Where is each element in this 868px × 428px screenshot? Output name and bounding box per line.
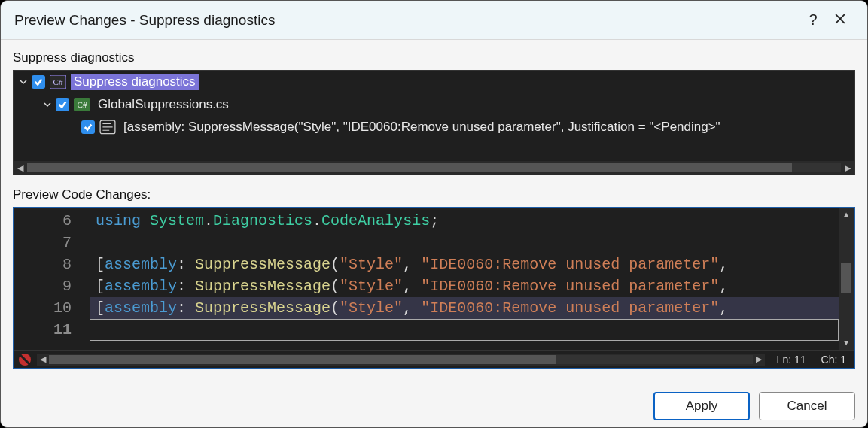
scroll-track[interactable] bbox=[27, 163, 841, 172]
changes-tree[interactable]: C# Suppress diagnostics C# GlobalSuppres… bbox=[13, 70, 855, 175]
svg-text:C#: C# bbox=[53, 77, 63, 87]
code-section-label: Preview Code Changes: bbox=[13, 187, 855, 202]
close-button[interactable] bbox=[827, 12, 854, 28]
scroll-thumb[interactable] bbox=[27, 163, 792, 172]
tree-section-label: Suppress diagnostics bbox=[13, 50, 855, 65]
csharp-file-icon: C# bbox=[74, 98, 90, 111]
apply-button[interactable]: Apply bbox=[653, 392, 750, 420]
checkbox[interactable] bbox=[56, 98, 69, 111]
checkbox[interactable] bbox=[32, 75, 45, 89]
dialog-content: Suppress diagnostics C# Suppress diagnos… bbox=[1, 40, 867, 385]
cursor-column: Ch: 1 bbox=[821, 354, 846, 366]
titlebar: Preview Changes - Suppress diagnostics ? bbox=[1, 1, 867, 40]
csharp-project-icon: C# bbox=[50, 75, 66, 89]
line-number-gutter: 67891011 bbox=[14, 208, 90, 350]
code-snippet-icon bbox=[99, 120, 116, 134]
help-button[interactable]: ? bbox=[799, 11, 827, 29]
scroll-thumb[interactable] bbox=[841, 263, 851, 293]
tree-row-file[interactable]: C# GlobalSuppressions.cs bbox=[14, 93, 854, 116]
tree-label: Suppress diagnostics bbox=[71, 74, 199, 90]
error-indicator-icon[interactable] bbox=[17, 352, 34, 367]
scroll-track[interactable] bbox=[49, 355, 753, 364]
tree-label: [assembly: SuppressMessage("Style", "IDE… bbox=[120, 119, 723, 135]
tree-horizontal-scrollbar[interactable]: ◀ ▶ bbox=[14, 161, 854, 175]
tree-row-item[interactable]: [assembly: SuppressMessage("Style", "IDE… bbox=[14, 116, 854, 138]
code-horizontal-scrollbar[interactable]: ◀ ▶ bbox=[37, 354, 765, 366]
preview-changes-dialog: Preview Changes - Suppress diagnostics ?… bbox=[0, 0, 868, 428]
scroll-right-icon[interactable]: ▶ bbox=[841, 161, 854, 175]
code-preview[interactable]: 67891011 using System.Diagnostics.CodeAn… bbox=[13, 207, 855, 369]
tree-label: GlobalSuppressions.cs bbox=[95, 96, 232, 113]
code-statusbar: ◀ ▶ Ln: 11 Ch: 1 bbox=[14, 350, 854, 368]
cancel-button[interactable]: Cancel bbox=[759, 392, 855, 420]
chevron-down-icon[interactable] bbox=[18, 77, 29, 87]
tree-row-root[interactable]: C# Suppress diagnostics bbox=[14, 71, 854, 93]
scroll-up-icon[interactable]: ▲ bbox=[839, 208, 854, 222]
code-vertical-scrollbar[interactable]: ▲ ▼ bbox=[839, 208, 854, 350]
code-lines[interactable]: using System.Diagnostics.CodeAnalysis; [… bbox=[90, 208, 839, 350]
cursor-line: Ln: 11 bbox=[777, 354, 806, 366]
scroll-left-icon[interactable]: ◀ bbox=[37, 354, 49, 364]
dialog-footer: Apply Cancel bbox=[1, 385, 867, 427]
scroll-right-icon[interactable]: ▶ bbox=[753, 354, 765, 364]
scroll-down-icon[interactable]: ▼ bbox=[839, 336, 854, 350]
svg-text:C#: C# bbox=[78, 100, 87, 109]
scroll-thumb[interactable] bbox=[49, 355, 556, 364]
chevron-down-icon[interactable] bbox=[42, 99, 53, 110]
dialog-title: Preview Changes - Suppress diagnostics bbox=[14, 12, 799, 29]
scroll-left-icon[interactable]: ◀ bbox=[14, 161, 27, 175]
checkbox[interactable] bbox=[81, 120, 95, 134]
